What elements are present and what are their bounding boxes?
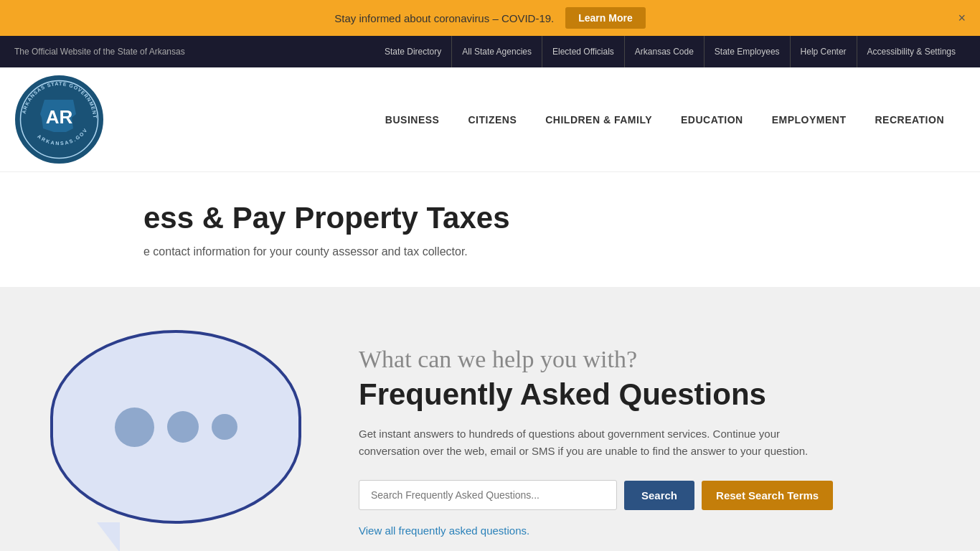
hero-section: ess & Pay Property Taxes e contact infor… [0, 172, 980, 287]
hero-subtitle: e contact information for your county as… [143, 245, 937, 258]
nav-business[interactable]: BUSINESS [371, 107, 454, 133]
faq-view-all-link[interactable]: View all frequently asked questions. [359, 524, 529, 537]
arkansas-logo: AR ARKANSAS STATE GOVERNMENT ARKANSAS.GO… [14, 75, 104, 164]
faq-handwriting-text: What can we help you with? [359, 345, 937, 375]
faq-description: Get instant answers to hundreds of quest… [359, 425, 818, 460]
faq-search-row: Search Reset Search Terms [359, 480, 937, 510]
nav-recreation[interactable]: RECREATION [860, 107, 958, 133]
nav-employment[interactable]: EMPLOYMENT [758, 107, 861, 133]
faq-section: What can we help you with? Frequently As… [0, 287, 980, 551]
faq-title: Frequently Asked Questions [359, 378, 937, 411]
nav-help-center[interactable]: Help Center [791, 36, 857, 67]
dot-3 [212, 414, 237, 440]
nav-elected-officials[interactable]: Elected Officials [542, 36, 625, 67]
svg-text:AR: AR [46, 106, 73, 128]
site-title: The Official Website of the State of Ark… [14, 47, 185, 57]
page-title: ess & Pay Property Taxes [143, 201, 937, 235]
covid-banner: Stay informed about coronavirus – COVID-… [0, 0, 980, 36]
faq-content: What can we help you with? Frequently As… [359, 345, 937, 538]
nav-children-family[interactable]: CHILDREN & FAMILY [531, 107, 666, 133]
dot-1 [115, 408, 154, 447]
top-nav-links: State Directory All State Agencies Elect… [374, 36, 966, 67]
covid-close-button[interactable]: × [958, 11, 966, 26]
main-nav: BUSINESS CITIZENS CHILDREN & FAMILY EDUC… [371, 107, 958, 133]
nav-state-directory[interactable]: State Directory [374, 36, 452, 67]
top-nav-bar: The Official Website of the State of Ark… [0, 36, 980, 67]
faq-search-input[interactable] [359, 480, 617, 510]
faq-reset-button[interactable]: Reset Search Terms [702, 481, 833, 510]
dot-2 [167, 411, 199, 443]
nav-citizens[interactable]: CITIZENS [453, 107, 531, 133]
nav-arkansas-code[interactable]: Arkansas Code [625, 36, 705, 67]
main-header: AR ARKANSAS STATE GOVERNMENT ARKANSAS.GO… [0, 67, 980, 172]
learn-more-button[interactable]: Learn More [565, 7, 645, 29]
nav-state-employees[interactable]: State Employees [705, 36, 791, 67]
logo-container: AR ARKANSAS STATE GOVERNMENT ARKANSAS.GO… [14, 75, 104, 164]
nav-accessibility-settings[interactable]: Accessibility & Settings [857, 36, 966, 67]
faq-search-button[interactable]: Search [624, 481, 694, 510]
chat-illustration [43, 330, 316, 551]
nav-all-state-agencies[interactable]: All State Agencies [452, 36, 542, 67]
nav-education[interactable]: EDUCATION [666, 107, 758, 133]
covid-message: Stay informed about coronavirus – COVID-… [334, 12, 554, 24]
